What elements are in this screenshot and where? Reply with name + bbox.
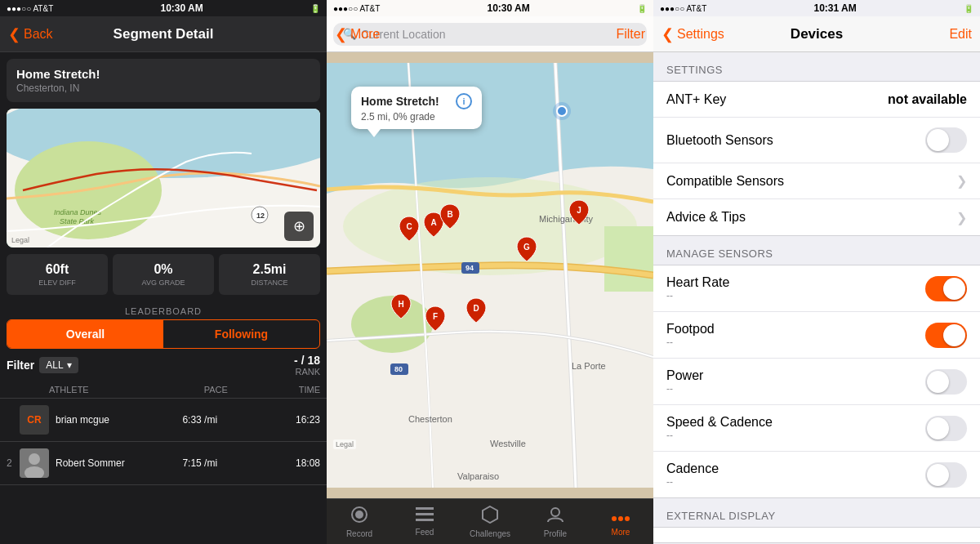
svg-text:Chesterton: Chesterton: [408, 414, 452, 424]
settings-group-2: Heart Rate -- Footpod --: [653, 265, 980, 498]
power-sub: --: [666, 383, 925, 395]
section-header-sensors: Manage Sensors: [653, 236, 980, 265]
map-pin-b[interactable]: B: [439, 203, 461, 233]
settings-row-power[interactable]: Power --: [653, 359, 980, 405]
edit-button[interactable]: Edit: [949, 27, 972, 42]
settings-row-advice[interactable]: Advice & Tips ❯: [653, 199, 980, 235]
map-pin-d[interactable]: D: [466, 297, 487, 327]
status-icons-2: 🔋: [637, 4, 647, 13]
bluetooth-toggle[interactable]: [925, 127, 967, 153]
big-map[interactable]: 94 Michigan City La Porte Chesterton Wes…: [327, 52, 653, 498]
leaderboard-header: LEADERBOARD: [0, 306, 327, 316]
tab-profile-label: Profile: [544, 529, 567, 538]
svg-rect-34: [416, 513, 434, 515]
carrier-1: ●●●○○ AT&T: [7, 4, 53, 13]
map-pin-f[interactable]: F: [425, 305, 446, 335]
power-toggle[interactable]: [925, 369, 967, 395]
segment-name: Home Stretch!: [16, 67, 310, 81]
svg-point-38: [612, 516, 617, 521]
settings-back-button[interactable]: ❮ Settings: [662, 25, 724, 43]
toggle-thumb-speedcadence: [927, 417, 949, 439]
map-pin-c[interactable]: C: [399, 216, 420, 245]
status-icons-1: 🔋: [310, 4, 320, 13]
page-title-3: Devices: [791, 26, 843, 42]
svg-text:12: 12: [256, 212, 265, 220]
time-3: 10:31 AM: [814, 2, 857, 14]
speedcadence-label: Speed & Cadence: [666, 415, 925, 430]
settings-group-1: ANT+ Key not available Bluetooth Sensors…: [653, 81, 980, 236]
status-bar-1: ●●●○○ AT&T 10:30 AM 🔋: [0, 0, 327, 16]
more-back-button[interactable]: ❮ More: [335, 25, 380, 43]
table-row[interactable]: 2 Robert Sommer 7:15 /mi 18:08: [0, 442, 327, 485]
footpod-label: Footpod: [666, 322, 925, 337]
battery-icon-3: 🔋: [964, 4, 973, 13]
filter-button[interactable]: Filter: [616, 27, 645, 42]
map-pin-g[interactable]: G: [516, 236, 537, 265]
tab-more[interactable]: More: [588, 507, 653, 537]
settings-row-footpod[interactable]: Footpod --: [653, 312, 980, 359]
settings-row-cadence[interactable]: Cadence --: [653, 452, 980, 497]
map-pin-j[interactable]: J: [568, 199, 590, 229]
athlete-pace-2: 7:15 /mi: [152, 457, 248, 469]
more-label: More: [350, 27, 380, 42]
tab-feed[interactable]: Feed: [392, 507, 457, 537]
current-location-dot: [556, 105, 568, 117]
battery-icon-2: 🔋: [637, 4, 647, 13]
chevron-compatible-icon: ❯: [956, 173, 967, 189]
stat-elev-diff: 60ft ELEV DIFF: [7, 254, 108, 295]
cadence-toggle[interactable]: [925, 462, 967, 488]
map-zoom-button[interactable]: ⊕: [284, 212, 314, 241]
segment-map[interactable]: Indiana Dunes State Park 12 ⊕ Legal: [7, 109, 320, 247]
settings-row-heartrate[interactable]: Heart Rate --: [653, 265, 980, 312]
map-callout[interactable]: Home Stretch! i 2.5 mi, 0% grade: [351, 87, 482, 129]
callout-tail: [368, 129, 381, 137]
map-legal-1: Legal: [11, 236, 29, 244]
stat-distance: 2.5mi DISTANCE: [219, 254, 320, 295]
map-pin-h[interactable]: H: [390, 293, 412, 323]
toggle-thumb-heartrate: [943, 278, 965, 300]
heartrate-sub: --: [666, 290, 925, 301]
leaderboard-tabs: Overall Following: [7, 319, 320, 349]
table-header: ATHLETE PACE TIME: [0, 381, 327, 399]
carrier-2: ●●●○○ AT&T: [333, 4, 380, 13]
tab-record[interactable]: Record: [327, 506, 392, 538]
segment-name-box: Home Stretch! Chesterton, IN: [7, 59, 320, 102]
tab-profile[interactable]: Profile: [523, 506, 588, 538]
nav-bar-3: ❮ Settings Devices Edit: [653, 16, 980, 52]
athlete-name-2: Robert Sommer: [56, 457, 152, 469]
tab-challenges-label: Challenges: [470, 529, 510, 538]
filter-dropdown[interactable]: ALL ▾: [39, 357, 78, 373]
chevron-advice-icon: ❯: [956, 210, 967, 225]
svg-text:G: G: [523, 243, 530, 252]
table-row[interactable]: CR brian mcgue 6:33 /mi 16:23: [0, 399, 327, 442]
status-icons-3: 🔋: [964, 4, 973, 13]
svg-marker-36: [483, 506, 497, 523]
tab-challenges[interactable]: Challenges: [457, 506, 523, 538]
svg-text:B: B: [447, 210, 452, 219]
compatible-label: Compatible Sensors: [666, 174, 953, 189]
col-athlete: ATHLETE: [7, 385, 174, 395]
callout-info-button[interactable]: i: [456, 93, 472, 109]
athlete-time-2: 18:08: [248, 457, 320, 469]
nav-bar-1: ❮ Back Segment Detail: [0, 16, 327, 52]
search-bar[interactable]: 🔍 Current Location: [333, 23, 647, 46]
footpod-toggle[interactable]: [925, 323, 967, 348]
back-button[interactable]: ❮ Back: [8, 25, 53, 43]
tab-overall[interactable]: Overall: [7, 320, 163, 348]
rank-box: - / 18 RANK: [294, 354, 320, 377]
footpod-sub: --: [666, 337, 925, 348]
athlete-rank-2: 2: [7, 457, 20, 469]
settings-row-speedcadence[interactable]: Speed & Cadence --: [653, 405, 980, 452]
settings-chevron-icon: ❮: [662, 25, 674, 43]
svg-text:J: J: [577, 206, 581, 215]
col-time: TIME: [257, 385, 320, 395]
distance-label: DISTANCE: [224, 279, 315, 287]
speedcadence-toggle[interactable]: [925, 416, 967, 441]
settings-row-compatible[interactable]: Compatible Sensors ❯: [653, 163, 980, 199]
heartrate-toggle[interactable]: [925, 276, 967, 301]
cadence-sub: --: [666, 476, 925, 488]
col-pace: PACE: [174, 385, 257, 395]
section-header-external: External Display: [653, 498, 980, 527]
tab-following[interactable]: Following: [163, 320, 319, 348]
settings-row-bluetooth[interactable]: Bluetooth Sensors: [653, 118, 980, 163]
